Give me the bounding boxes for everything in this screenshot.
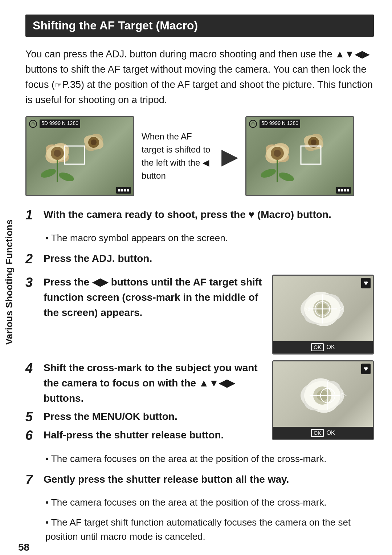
svg-point-6 (54, 150, 61, 157)
step-7-sub2: The AF target shift function automatical… (25, 515, 374, 544)
ok-box-3: OK (311, 343, 323, 351)
steps-container: 1 With the camera ready to shoot, press … (25, 207, 374, 544)
step-3-screen: ♥ (272, 275, 374, 355)
step-3-block: 3 Press the ◀▶ buttons until the AF targ… (25, 275, 374, 355)
step-4-block: 4 Shift the cross-mark to the subject yo… (25, 360, 374, 446)
step-1-sub: The macro symbol appears on the screen. (25, 231, 374, 245)
step-1-text: With the camera ready to shoot, press th… (44, 207, 331, 222)
intro-paragraph: You can press the ADJ. button during mac… (25, 47, 374, 108)
step-6-number: 6 (25, 428, 40, 443)
svg-text:▷: ▷ (342, 391, 347, 398)
step-7: 7 Gently press the shutter release butto… (25, 472, 374, 487)
step-6-text: Half-press the shutter release button. (44, 428, 265, 443)
svg-point-9 (58, 171, 75, 183)
step-6: 6 Half-press the shutter release button. (25, 428, 265, 443)
step-4: 4 Shift the cross-mark to the subject yo… (25, 360, 265, 406)
flower-step4: ▷ (275, 370, 369, 426)
step-3-text: Press the ◀▶ buttons until the AF target… (44, 275, 265, 320)
step-1: 1 With the camera ready to shoot, press … (25, 207, 374, 223)
step-7-sub1: The camera focuses on the area at the po… (25, 495, 374, 510)
step-2-text: Press the ADJ. button. (44, 251, 374, 266)
ok-text-3: OK (327, 344, 335, 351)
step-4-text: Shift the cross-mark to the subject you … (44, 360, 265, 406)
camera-screen-right: ⊕ 5D 9999 N 1280 (245, 116, 354, 196)
flower-step3: ▷ ◁ (275, 283, 369, 341)
svg-point-13 (91, 139, 97, 145)
camera-screen-left: ⊕ 5D 9999 N 1280 (25, 116, 134, 196)
camera-images-row: ⊕ 5D 9999 N 1280 (25, 116, 374, 196)
page-container: Various Shooting Functions Shifting the … (0, 0, 392, 555)
step-5: 5 Press the MENU/OK button. (25, 409, 265, 425)
step-3: 3 Press the ◀▶ buttons until the AF targ… (25, 275, 265, 320)
side-label-text: Various Shooting Functions (4, 219, 15, 345)
page-number: 58 (18, 542, 29, 553)
section-title: Shifting the AF Target (Macro) (25, 15, 374, 37)
step-7-text: Gently press the shutter release button … (44, 472, 374, 487)
step-5-text: Press the MENU/OK button. (44, 409, 265, 424)
svg-point-21 (274, 150, 281, 157)
step-7-number: 7 (25, 472, 40, 487)
svg-point-28 (311, 139, 317, 145)
screen3-bottom-bar: OK OK (273, 341, 373, 353)
main-content: Shifting the AF Target (Macro) You can p… (18, 0, 392, 555)
svg-text:▷: ▷ (339, 304, 344, 312)
step-6-sub: The camera focuses on the area at the po… (25, 452, 374, 466)
image-caption: When the AF target is shifted to the lef… (142, 130, 214, 182)
step-1-number: 1 (25, 207, 40, 223)
ok-text-4: OK (327, 430, 335, 436)
flower-svg-left (28, 121, 126, 188)
step-2: 2 Press the ADJ. button. (25, 251, 374, 267)
flower-svg-right (248, 121, 346, 188)
camera-bottom-label-left: ■■■■ (116, 187, 131, 194)
arrow-right-icon: ▶ (221, 143, 238, 169)
camera-bottom-label-right: ■■■■ (336, 187, 351, 194)
ok-box-4: OK (311, 429, 323, 437)
screen4-bottom-bar: OK OK (273, 427, 373, 439)
step-2-number: 2 (25, 251, 40, 267)
step-3-number: 3 (25, 275, 40, 290)
svg-point-24 (278, 171, 295, 183)
svg-text:◁: ◁ (305, 304, 310, 312)
step-4-screen: ♥ (272, 360, 374, 440)
step-4-number: 4 (25, 360, 40, 376)
step-5-number: 5 (25, 409, 40, 425)
svg-point-23 (260, 167, 277, 179)
side-label: Various Shooting Functions (0, 0, 18, 555)
svg-point-8 (40, 167, 57, 179)
